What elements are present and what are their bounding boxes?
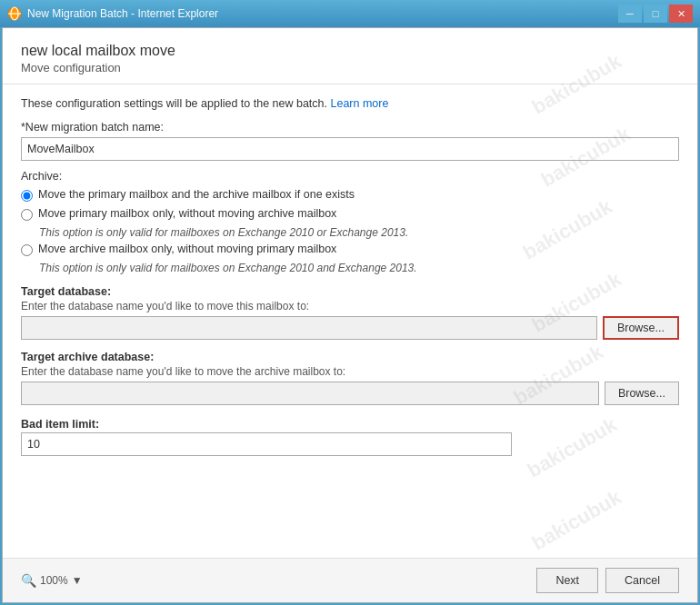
- archive-radio-2[interactable]: [21, 209, 33, 221]
- batch-name-label: *New migration batch name:: [21, 121, 679, 134]
- target-db-input[interactable]: [21, 316, 597, 340]
- archive-label-3: Move archive mailbox only, without movin…: [38, 243, 336, 255]
- bad-item-input[interactable]: [21, 432, 512, 456]
- target-archive-db-title: Target archive database:: [21, 351, 679, 363]
- archive-note-3: This option is only valid for mailboxes …: [39, 262, 679, 274]
- window-controls: ─ □ ✕: [618, 5, 693, 23]
- wizard-title: new local mailbox move: [21, 43, 679, 59]
- archive-section: Archive: Move the primary mailbox and th…: [21, 170, 679, 274]
- wizard-subtitle: Move configuration: [21, 61, 679, 74]
- next-button[interactable]: Next: [536, 568, 598, 593]
- archive-label-2: Move primary mailbox only, without movin…: [38, 207, 336, 220]
- archive-option-2: Move primary mailbox only, without movin…: [21, 207, 679, 221]
- bad-item-title: Bad item limit:: [21, 418, 679, 431]
- content-area: These configuration settings will be app…: [3, 84, 697, 558]
- archive-option-1: Move the primary mailbox and the archive…: [21, 188, 679, 202]
- target-archive-db-input-group: Browse...: [21, 382, 679, 405]
- batch-name-field: *New migration batch name:: [21, 121, 679, 161]
- footer: 🔍 100% ▼ Next Cancel: [3, 558, 697, 602]
- archive-radio-3[interactable]: [21, 244, 33, 256]
- bad-item-limit-section: Bad item limit:: [21, 418, 679, 456]
- description-text: These configuration settings will be app…: [21, 97, 679, 110]
- window-body: new local mailbox move Move configuratio…: [2, 27, 698, 603]
- target-archive-db-browse-button[interactable]: Browse...: [605, 382, 679, 405]
- archive-option-3: Move archive mailbox only, without movin…: [21, 243, 679, 256]
- archive-radio-1[interactable]: [21, 190, 33, 202]
- title-bar: New Migration Batch - Internet Explorer …: [0, 0, 700, 27]
- target-db-browse-button[interactable]: Browse...: [603, 316, 679, 340]
- cancel-button[interactable]: Cancel: [605, 568, 679, 593]
- target-archive-db-description: Enter the database name you'd like to mo…: [21, 365, 679, 378]
- target-archive-db-section: Target archive database: Enter the datab…: [21, 351, 679, 405]
- learn-more-link[interactable]: Learn more: [331, 97, 389, 110]
- zoom-icon: 🔍: [21, 573, 36, 588]
- zoom-level: 100%: [40, 574, 68, 587]
- zoom-dropdown-arrow[interactable]: ▼: [72, 574, 83, 587]
- close-button[interactable]: ✕: [669, 5, 693, 23]
- footer-buttons: Next Cancel: [536, 568, 679, 593]
- target-db-input-group: Browse...: [21, 316, 679, 340]
- minimize-button[interactable]: ─: [618, 5, 642, 23]
- header-section: new local mailbox move Move configuratio…: [3, 28, 697, 84]
- archive-section-title: Archive:: [21, 170, 679, 183]
- zoom-bar: 🔍 100% ▼: [21, 573, 83, 588]
- window-title: New Migration Batch - Internet Explorer: [27, 7, 218, 20]
- archive-label-1: Move the primary mailbox and the archive…: [38, 188, 355, 201]
- maximize-button[interactable]: □: [644, 5, 667, 23]
- target-db-title: Target database:: [21, 285, 679, 298]
- target-db-description: Enter the database name you'd like to mo…: [21, 300, 679, 312]
- batch-name-input[interactable]: [21, 137, 679, 161]
- target-database-section: Target database: Enter the database name…: [21, 285, 679, 340]
- archive-note-2: This option is only valid for mailboxes …: [39, 226, 679, 239]
- ie-icon: [7, 6, 22, 21]
- target-archive-db-input[interactable]: [21, 382, 599, 405]
